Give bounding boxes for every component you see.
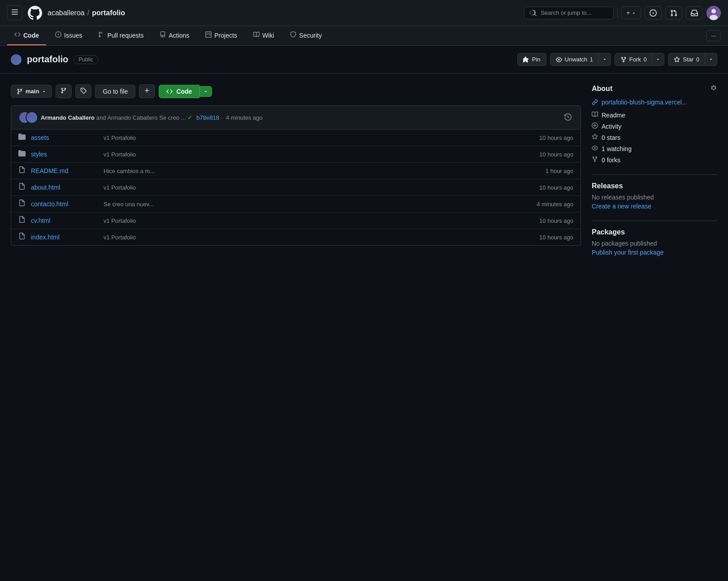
- hamburger-button[interactable]: [7, 5, 22, 20]
- gear-button[interactable]: [710, 84, 717, 93]
- breadcrumb-owner[interactable]: acaballeroa: [48, 9, 85, 17]
- watching-meta[interactable]: 1 watching: [592, 145, 717, 152]
- new-button[interactable]: +: [621, 6, 641, 19]
- file-name[interactable]: about.html: [31, 184, 98, 191]
- fork-icon: [620, 56, 627, 63]
- create-release-link[interactable]: Create a new release: [592, 203, 651, 210]
- branch-selector[interactable]: main: [11, 85, 52, 98]
- table-row[interactable]: contacto.html Se creo una nuev... 4 minu…: [11, 196, 581, 212]
- breadcrumb-separator: /: [87, 9, 89, 17]
- file-icon: [18, 166, 26, 175]
- chevron-down-icon: [632, 11, 636, 15]
- forks-label: 0 forks: [602, 156, 620, 164]
- file-name[interactable]: cv.html: [31, 217, 98, 224]
- file-name[interactable]: contacto.html: [31, 200, 98, 208]
- avatar[interactable]: [706, 6, 721, 20]
- file-name[interactable]: styles: [31, 151, 98, 158]
- table-row[interactable]: about.html v1 Portafolio 10 hours ago: [11, 179, 581, 196]
- go-to-file-label: Go to file: [103, 88, 128, 95]
- table-row[interactable]: README.md Hice cambios a m... 1 hour ago: [11, 163, 581, 179]
- svg-point-2: [710, 15, 718, 20]
- pin-label: Pin: [532, 56, 541, 63]
- tags-button[interactable]: [75, 84, 91, 98]
- check-icon: ✓: [187, 114, 193, 121]
- branches-icon: [61, 87, 67, 94]
- visibility-badge: Public: [74, 55, 98, 64]
- code-tab-icon: [14, 31, 21, 39]
- unwatch-caret[interactable]: [599, 53, 611, 66]
- issue-button[interactable]: [645, 6, 662, 20]
- unwatch-button[interactable]: Unwatch 1: [550, 53, 599, 66]
- file-icon: [18, 183, 26, 192]
- pull-request-icon: [670, 9, 677, 17]
- history-button[interactable]: [563, 112, 573, 124]
- repo-header: portafolio Public Pin Unwatch 1 Fork: [0, 46, 728, 74]
- file-name[interactable]: assets: [31, 134, 98, 141]
- commit-time: 4 minutes ago: [226, 114, 263, 121]
- file-commit: v1 Portafolio: [104, 217, 534, 224]
- table-row[interactable]: styles v1 Portafolio 10 hours ago: [11, 146, 581, 163]
- table-row[interactable]: cv.html v1 Portafolio 10 hours ago: [11, 212, 581, 229]
- code-button[interactable]: Code: [159, 85, 199, 98]
- issue-icon: [650, 9, 657, 17]
- repo-url-text: portafolio-blush-sigma.vercel...: [602, 99, 687, 106]
- tag-icon: [80, 87, 87, 94]
- stars-label: 0 stars: [602, 134, 620, 141]
- publish-package-link[interactable]: Publish your first package: [592, 249, 663, 256]
- packages-section: Packages No packages published Publish y…: [592, 228, 717, 256]
- main-content: main Go to file Code: [0, 74, 728, 267]
- inbox-icon: [691, 9, 698, 17]
- pull-request-button[interactable]: [665, 6, 682, 20]
- star-button[interactable]: Star 0: [668, 53, 705, 66]
- link-icon: [592, 99, 598, 105]
- pin-button[interactable]: Pin: [517, 53, 546, 66]
- repo-url[interactable]: portafolio-blush-sigma.vercel...: [592, 99, 717, 106]
- releases-title: Releases: [592, 182, 717, 190]
- table-row[interactable]: assets v1 Portafolio 10 hours ago: [11, 130, 581, 146]
- code-caret-button[interactable]: [199, 86, 212, 97]
- file-commit: Hice cambios a m...: [104, 168, 540, 174]
- star-caret[interactable]: [705, 53, 717, 66]
- stars-meta[interactable]: 0 stars: [592, 134, 717, 141]
- fork-caret[interactable]: [652, 53, 664, 66]
- star-count: 0: [696, 56, 699, 63]
- activity-meta[interactable]: Activity: [592, 122, 717, 130]
- plus-icon: [144, 87, 150, 94]
- file-time: 10 hours ago: [539, 217, 573, 224]
- tab-issues-label: Issues: [64, 32, 82, 39]
- add-file-button[interactable]: [139, 84, 155, 98]
- star-label: Star: [683, 56, 693, 63]
- table-row[interactable]: index.html v1 Portafolio 10 hours ago: [11, 229, 581, 245]
- go-to-file-button[interactable]: Go to file: [95, 85, 135, 98]
- file-commit: v1 Portafolio: [104, 151, 534, 158]
- tab-actions-label: Actions: [169, 32, 189, 39]
- nav-more-button[interactable]: ···: [706, 30, 721, 41]
- gear-icon: [710, 84, 717, 91]
- tab-projects[interactable]: Projects: [198, 26, 244, 45]
- breadcrumb-repo[interactable]: portafolio: [92, 9, 125, 17]
- security-tab-icon: [290, 31, 296, 39]
- tab-code[interactable]: Code: [7, 26, 46, 45]
- branches-button[interactable]: [56, 84, 72, 98]
- commit-hash[interactable]: b78e818: [196, 114, 219, 121]
- inbox-button[interactable]: [686, 6, 703, 20]
- code-icon: [166, 88, 173, 95]
- forks-meta[interactable]: 0 forks: [592, 156, 717, 164]
- file-name[interactable]: README.md: [31, 167, 98, 174]
- chevron-down-icon: [204, 89, 208, 94]
- tab-security-label: Security: [299, 32, 322, 39]
- tab-issues[interactable]: Issues: [48, 26, 89, 45]
- tab-security[interactable]: Security: [283, 26, 329, 45]
- file-time: 10 hours ago: [539, 184, 573, 191]
- readme-meta[interactable]: Readme: [592, 111, 717, 119]
- fork-count: 0: [644, 56, 647, 63]
- tab-wiki-label: Wiki: [262, 32, 274, 39]
- tab-actions[interactable]: Actions: [152, 26, 196, 45]
- fork-button[interactable]: Fork 0: [615, 53, 653, 66]
- repo-sidebar: About portafolio-blush-sigma.vercel... R…: [592, 84, 717, 256]
- no-packages-text: No packages published: [592, 240, 717, 247]
- tab-pull-requests[interactable]: Pull requests: [91, 26, 151, 45]
- file-name[interactable]: index.html: [31, 234, 98, 241]
- search-bar[interactable]: Search or jump to...: [524, 7, 614, 19]
- tab-wiki[interactable]: Wiki: [246, 26, 281, 45]
